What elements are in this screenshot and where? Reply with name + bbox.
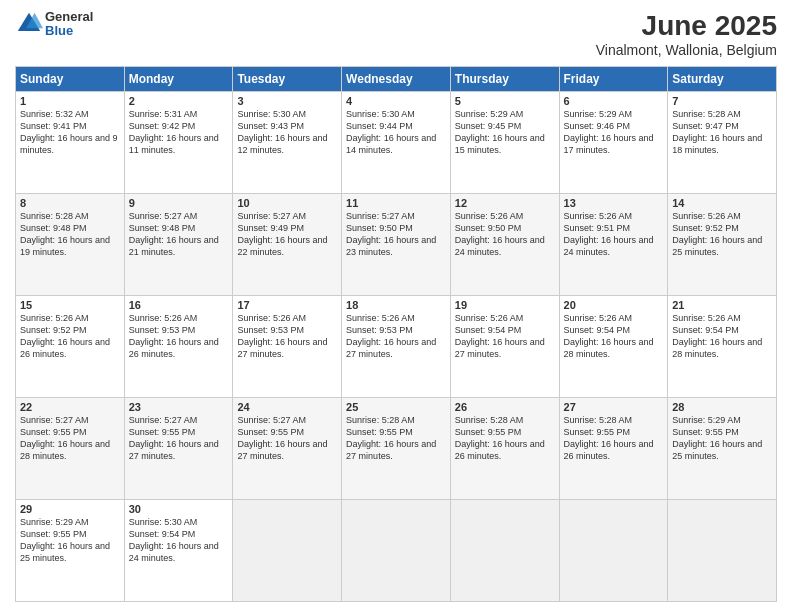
- calendar-cell: 14Sunrise: 5:26 AMSunset: 9:52 PMDayligh…: [668, 194, 777, 296]
- day-info: Sunrise: 5:30 AMSunset: 9:43 PMDaylight:…: [237, 108, 337, 157]
- calendar-cell: 23Sunrise: 5:27 AMSunset: 9:55 PMDayligh…: [124, 398, 233, 500]
- calendar-cell: 4Sunrise: 5:30 AMSunset: 9:44 PMDaylight…: [342, 92, 451, 194]
- day-info: Sunrise: 5:27 AMSunset: 9:50 PMDaylight:…: [346, 210, 446, 259]
- day-number: 28: [672, 401, 772, 413]
- day-info: Sunrise: 5:26 AMSunset: 9:52 PMDaylight:…: [672, 210, 772, 259]
- week-row-2: 8Sunrise: 5:28 AMSunset: 9:48 PMDaylight…: [16, 194, 777, 296]
- day-number: 10: [237, 197, 337, 209]
- title-block: June 2025 Vinalmont, Wallonia, Belgium: [596, 10, 777, 58]
- day-number: 24: [237, 401, 337, 413]
- day-info: Sunrise: 5:26 AMSunset: 9:53 PMDaylight:…: [346, 312, 446, 361]
- day-info: Sunrise: 5:27 AMSunset: 9:48 PMDaylight:…: [129, 210, 229, 259]
- day-number: 11: [346, 197, 446, 209]
- calendar-cell: 24Sunrise: 5:27 AMSunset: 9:55 PMDayligh…: [233, 398, 342, 500]
- day-info: Sunrise: 5:29 AMSunset: 9:55 PMDaylight:…: [672, 414, 772, 463]
- col-monday: Monday: [124, 67, 233, 92]
- day-info: Sunrise: 5:27 AMSunset: 9:55 PMDaylight:…: [237, 414, 337, 463]
- day-info: Sunrise: 5:31 AMSunset: 9:42 PMDaylight:…: [129, 108, 229, 157]
- page: General Blue June 2025 Vinalmont, Wallon…: [0, 0, 792, 612]
- week-row-3: 15Sunrise: 5:26 AMSunset: 9:52 PMDayligh…: [16, 296, 777, 398]
- col-thursday: Thursday: [450, 67, 559, 92]
- day-number: 17: [237, 299, 337, 311]
- day-number: 22: [20, 401, 120, 413]
- calendar-cell: [233, 500, 342, 602]
- day-number: 4: [346, 95, 446, 107]
- week-row-4: 22Sunrise: 5:27 AMSunset: 9:55 PMDayligh…: [16, 398, 777, 500]
- calendar-cell: 15Sunrise: 5:26 AMSunset: 9:52 PMDayligh…: [16, 296, 125, 398]
- subtitle: Vinalmont, Wallonia, Belgium: [596, 42, 777, 58]
- day-number: 15: [20, 299, 120, 311]
- calendar-cell: 10Sunrise: 5:27 AMSunset: 9:49 PMDayligh…: [233, 194, 342, 296]
- day-info: Sunrise: 5:28 AMSunset: 9:48 PMDaylight:…: [20, 210, 120, 259]
- calendar-cell: 7Sunrise: 5:28 AMSunset: 9:47 PMDaylight…: [668, 92, 777, 194]
- logo-general-text: General: [45, 10, 93, 24]
- day-info: Sunrise: 5:30 AMSunset: 9:54 PMDaylight:…: [129, 516, 229, 565]
- calendar-cell: 28Sunrise: 5:29 AMSunset: 9:55 PMDayligh…: [668, 398, 777, 500]
- day-info: Sunrise: 5:28 AMSunset: 9:55 PMDaylight:…: [346, 414, 446, 463]
- calendar-cell: 21Sunrise: 5:26 AMSunset: 9:54 PMDayligh…: [668, 296, 777, 398]
- day-info: Sunrise: 5:26 AMSunset: 9:54 PMDaylight:…: [455, 312, 555, 361]
- day-number: 21: [672, 299, 772, 311]
- calendar-cell: [450, 500, 559, 602]
- day-number: 19: [455, 299, 555, 311]
- day-info: Sunrise: 5:29 AMSunset: 9:46 PMDaylight:…: [564, 108, 664, 157]
- calendar-cell: 25Sunrise: 5:28 AMSunset: 9:55 PMDayligh…: [342, 398, 451, 500]
- calendar-cell: 20Sunrise: 5:26 AMSunset: 9:54 PMDayligh…: [559, 296, 668, 398]
- day-info: Sunrise: 5:29 AMSunset: 9:55 PMDaylight:…: [20, 516, 120, 565]
- calendar-cell: 5Sunrise: 5:29 AMSunset: 9:45 PMDaylight…: [450, 92, 559, 194]
- day-number: 3: [237, 95, 337, 107]
- logo-text: General Blue: [45, 10, 93, 39]
- day-number: 6: [564, 95, 664, 107]
- day-info: Sunrise: 5:26 AMSunset: 9:53 PMDaylight:…: [237, 312, 337, 361]
- day-number: 25: [346, 401, 446, 413]
- day-number: 7: [672, 95, 772, 107]
- day-info: Sunrise: 5:26 AMSunset: 9:51 PMDaylight:…: [564, 210, 664, 259]
- calendar-cell: 19Sunrise: 5:26 AMSunset: 9:54 PMDayligh…: [450, 296, 559, 398]
- day-number: 12: [455, 197, 555, 209]
- day-number: 18: [346, 299, 446, 311]
- col-sunday: Sunday: [16, 67, 125, 92]
- day-number: 14: [672, 197, 772, 209]
- calendar-cell: [668, 500, 777, 602]
- header: General Blue June 2025 Vinalmont, Wallon…: [15, 10, 777, 58]
- day-info: Sunrise: 5:27 AMSunset: 9:55 PMDaylight:…: [129, 414, 229, 463]
- day-number: 27: [564, 401, 664, 413]
- logo-blue-text: Blue: [45, 24, 93, 38]
- col-friday: Friday: [559, 67, 668, 92]
- day-number: 13: [564, 197, 664, 209]
- day-number: 20: [564, 299, 664, 311]
- day-number: 29: [20, 503, 120, 515]
- day-info: Sunrise: 5:26 AMSunset: 9:54 PMDaylight:…: [672, 312, 772, 361]
- calendar-cell: 6Sunrise: 5:29 AMSunset: 9:46 PMDaylight…: [559, 92, 668, 194]
- week-row-5: 29Sunrise: 5:29 AMSunset: 9:55 PMDayligh…: [16, 500, 777, 602]
- calendar-cell: [559, 500, 668, 602]
- calendar-cell: 16Sunrise: 5:26 AMSunset: 9:53 PMDayligh…: [124, 296, 233, 398]
- calendar: Sunday Monday Tuesday Wednesday Thursday…: [15, 66, 777, 602]
- week-row-1: 1Sunrise: 5:32 AMSunset: 9:41 PMDaylight…: [16, 92, 777, 194]
- calendar-header-row: Sunday Monday Tuesday Wednesday Thursday…: [16, 67, 777, 92]
- day-info: Sunrise: 5:28 AMSunset: 9:47 PMDaylight:…: [672, 108, 772, 157]
- day-number: 9: [129, 197, 229, 209]
- col-tuesday: Tuesday: [233, 67, 342, 92]
- calendar-cell: 18Sunrise: 5:26 AMSunset: 9:53 PMDayligh…: [342, 296, 451, 398]
- calendar-cell: 13Sunrise: 5:26 AMSunset: 9:51 PMDayligh…: [559, 194, 668, 296]
- day-info: Sunrise: 5:26 AMSunset: 9:53 PMDaylight:…: [129, 312, 229, 361]
- calendar-cell: 8Sunrise: 5:28 AMSunset: 9:48 PMDaylight…: [16, 194, 125, 296]
- day-info: Sunrise: 5:29 AMSunset: 9:45 PMDaylight:…: [455, 108, 555, 157]
- calendar-cell: 27Sunrise: 5:28 AMSunset: 9:55 PMDayligh…: [559, 398, 668, 500]
- day-info: Sunrise: 5:28 AMSunset: 9:55 PMDaylight:…: [455, 414, 555, 463]
- day-number: 2: [129, 95, 229, 107]
- calendar-cell: 30Sunrise: 5:30 AMSunset: 9:54 PMDayligh…: [124, 500, 233, 602]
- day-info: Sunrise: 5:26 AMSunset: 9:52 PMDaylight:…: [20, 312, 120, 361]
- day-info: Sunrise: 5:28 AMSunset: 9:55 PMDaylight:…: [564, 414, 664, 463]
- logo: General Blue: [15, 10, 93, 39]
- calendar-cell: [342, 500, 451, 602]
- day-info: Sunrise: 5:27 AMSunset: 9:49 PMDaylight:…: [237, 210, 337, 259]
- day-number: 5: [455, 95, 555, 107]
- day-info: Sunrise: 5:26 AMSunset: 9:54 PMDaylight:…: [564, 312, 664, 361]
- calendar-cell: 29Sunrise: 5:29 AMSunset: 9:55 PMDayligh…: [16, 500, 125, 602]
- day-info: Sunrise: 5:30 AMSunset: 9:44 PMDaylight:…: [346, 108, 446, 157]
- day-info: Sunrise: 5:32 AMSunset: 9:41 PMDaylight:…: [20, 108, 120, 157]
- calendar-cell: 2Sunrise: 5:31 AMSunset: 9:42 PMDaylight…: [124, 92, 233, 194]
- col-saturday: Saturday: [668, 67, 777, 92]
